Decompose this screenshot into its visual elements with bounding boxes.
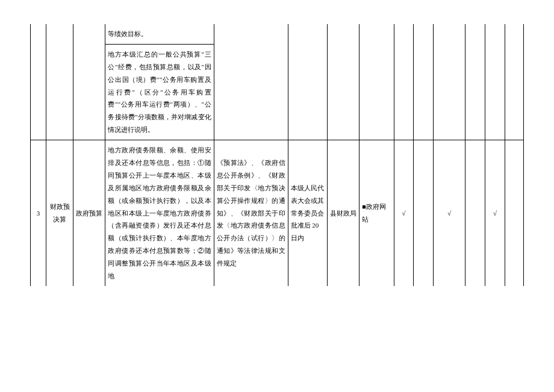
- cell-content-a: 等绩效目标。: [105, 24, 214, 44]
- cell-category: 财政预决算: [46, 140, 73, 286]
- cell-c6-cont: [505, 24, 523, 140]
- cell-c2-cont: [414, 24, 434, 140]
- cell-dept: 县财政局: [328, 140, 359, 286]
- cell-check2: [414, 140, 434, 286]
- cell-c5-cont: [485, 24, 505, 140]
- cell-check3: √: [434, 140, 465, 286]
- cell-subcat-cont: [73, 24, 105, 140]
- cell-content: 地方政府债务限额、余额、使用安排及还本付息等信息，包括：①随同预算公开上一年度本…: [105, 140, 214, 286]
- cell-c1-cont: [394, 24, 414, 140]
- cell-c3-cont: [434, 24, 465, 140]
- cell-content-b: 地方本级汇总的一般公共预算"三公"经费，包括预算总额，以及"因公出国（境）费""…: [105, 44, 214, 140]
- cell-cat-cont: [46, 24, 73, 140]
- cell-seq-cont: [31, 24, 46, 140]
- cell-channel: ■政府网站: [359, 140, 394, 286]
- disclosure-table: 等绩效目标。 地方本级汇总的一般公共预算"三公"经费，包括预算总额，以及"因公出…: [30, 24, 524, 286]
- cell-timing-cont: [288, 24, 328, 140]
- cell-check4: [465, 140, 485, 286]
- cell-basis: 《预算法》、《政府信息公开条例》、《财政部关于印发〈地方预决算公开操作规程〉的通…: [214, 140, 288, 286]
- table-row: 等绩效目标。: [31, 24, 524, 44]
- cell-check5: √: [485, 140, 505, 286]
- cell-check6: [505, 140, 523, 286]
- cell-check1: √: [394, 140, 414, 286]
- cell-subcategory: 政府预算: [73, 140, 105, 286]
- cell-channel-cont: [359, 24, 394, 140]
- cell-dept-cont: [328, 24, 359, 140]
- disclosure-table-fragment: 等绩效目标。 地方本级汇总的一般公共预算"三公"经费，包括预算总额，以及"因公出…: [30, 24, 524, 286]
- cell-timing: 本级人民代表大会或其常务委员会批准后 20 日内: [288, 140, 328, 286]
- table-row: 3 财政预决算 政府预算 地方政府债务限额、余额、使用安排及还本付息等信息，包括…: [31, 140, 524, 286]
- cell-basis-cont: [214, 24, 288, 140]
- cell-c4-cont: [465, 24, 485, 140]
- cell-seq: 3: [31, 140, 46, 286]
